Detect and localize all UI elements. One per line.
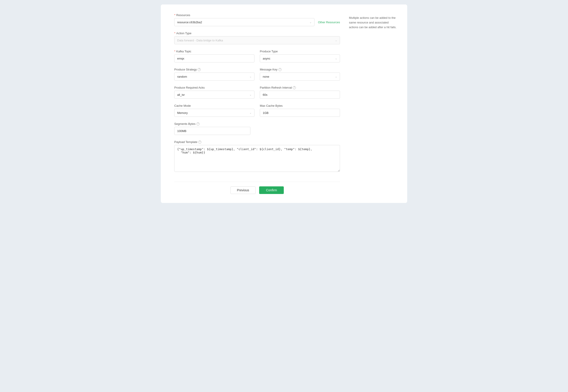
partition-refresh-input[interactable] — [260, 91, 340, 99]
action-type-label: * Action Type — [174, 31, 340, 35]
partition-refresh-group: Partition Refresh Interval ? — [260, 86, 340, 99]
other-resources-link[interactable]: Other Resources — [318, 21, 340, 24]
resources-label: * Resources — [174, 14, 340, 17]
segments-bytes-input[interactable] — [174, 127, 250, 135]
payload-template-help-icon[interactable]: ? — [198, 140, 201, 144]
produce-type-dropdown[interactable]: async ⌄ — [260, 54, 340, 62]
max-cache-bytes-input[interactable] — [260, 109, 340, 117]
partition-refresh-label: Partition Refresh Interval ? — [260, 86, 340, 89]
produce-acks-value: all_isr — [177, 93, 250, 97]
action-type-group: * Action Type Data forward - Data bridge… — [174, 31, 340, 44]
payload-template-group: Payload Template ? {"up_timestamp": ${up… — [174, 140, 340, 173]
segments-bytes-help-icon[interactable]: ? — [196, 122, 200, 126]
produce-type-label: Produce Type — [260, 50, 340, 53]
action-type-dropdown[interactable]: Data forward - Data bridge to Kafka ⌄ — [174, 36, 340, 44]
produce-acks-group: Produce Required Acks all_isr ⌄ — [174, 86, 254, 99]
cache-mode-dropdown[interactable]: Memory ⌄ — [174, 109, 254, 117]
strategy-msgkey-row: Produce Strategy ? random ⌄ Message Key — [174, 68, 340, 86]
produce-strategy-help-icon[interactable]: ? — [197, 68, 201, 71]
resources-chevron-icon: ⌄ — [310, 21, 312, 24]
produce-type-value: async — [263, 57, 335, 60]
produce-acks-chevron-icon: ⌄ — [250, 93, 252, 96]
message-key-help-icon[interactable]: ? — [278, 68, 282, 71]
max-cache-bytes-label: Max Cache Bytes — [260, 104, 340, 107]
message-key-label: Message Key ? — [260, 68, 340, 71]
produce-type-group: Produce Type async ⌄ — [260, 50, 340, 62]
partition-refresh-help-icon[interactable]: ? — [293, 86, 296, 89]
produce-strategy-group: Produce Strategy ? random ⌄ — [174, 68, 254, 81]
cache-mode-label: Cache Mode — [174, 104, 254, 107]
side-note: Multiple actions can be added to the sam… — [349, 16, 398, 29]
cache-mode-value: Memory — [177, 111, 250, 114]
resources-dropdown[interactable]: resource:c63b2ba2 ⌄ — [174, 18, 314, 26]
produce-acks-col: Produce Required Acks all_isr ⌄ — [174, 86, 254, 104]
required-star: * — [174, 14, 175, 17]
required-star-kafka: * — [174, 50, 175, 53]
produce-acks-dropdown[interactable]: all_isr ⌄ — [174, 91, 254, 99]
message-key-dropdown[interactable]: none ⌄ — [260, 72, 340, 81]
segments-bytes-group: Segments Bytes ? — [174, 122, 250, 135]
produce-type-chevron-icon: ⌄ — [335, 57, 337, 60]
kafka-topic-label: * Kafka Topic — [174, 50, 254, 53]
acks-partition-row: Produce Required Acks all_isr ⌄ Partitio… — [174, 86, 340, 104]
message-key-group: Message Key ? none ⌄ — [260, 68, 340, 81]
cache-mode-group: Cache Mode Memory ⌄ — [174, 104, 254, 117]
required-star-action: * — [174, 31, 175, 35]
produce-strategy-value: random — [177, 75, 250, 78]
message-key-value: none — [263, 75, 335, 78]
kafka-produce-row: * Kafka Topic Produce Type async ⌄ — [174, 50, 340, 68]
produce-strategy-dropdown[interactable]: random ⌄ — [174, 72, 254, 81]
produce-type-col: Produce Type async ⌄ — [260, 50, 340, 68]
message-key-chevron-icon: ⌄ — [335, 75, 337, 78]
resource-row: resource:c63b2ba2 ⌄ Other Resources — [174, 18, 340, 26]
form-area: * Resources resource:c63b2ba2 ⌄ Other Re… — [174, 14, 398, 194]
partition-refresh-col: Partition Refresh Interval ? — [260, 86, 340, 104]
produce-strategy-col: Produce Strategy ? random ⌄ — [174, 68, 254, 86]
produce-strategy-label: Produce Strategy ? — [174, 68, 254, 71]
kafka-topic-col: * Kafka Topic — [174, 50, 254, 68]
form-left: * Resources resource:c63b2ba2 ⌄ Other Re… — [174, 14, 340, 194]
resources-value: resource:c63b2ba2 — [177, 21, 310, 24]
kafka-topic-group: * Kafka Topic — [174, 50, 254, 62]
segments-bytes-label: Segments Bytes ? — [174, 122, 250, 126]
previous-button[interactable]: Previous — [230, 186, 255, 194]
cache-mode-chevron-icon: ⌄ — [250, 112, 252, 114]
cache-mode-col: Cache Mode Memory ⌄ — [174, 104, 254, 122]
form-right: Multiple actions can be added to the sam… — [349, 14, 398, 194]
payload-template-label: Payload Template ? — [174, 140, 340, 144]
payload-template-textarea[interactable]: {"up_timestamp": ${up_timestamp}, "clien… — [174, 145, 340, 172]
kafka-topic-input[interactable] — [174, 54, 254, 62]
page-wrapper: * Resources resource:c63b2ba2 ⌄ Other Re… — [161, 4, 407, 203]
button-row: Previous Confirm — [174, 182, 340, 194]
cache-mode-row: Cache Mode Memory ⌄ Max Cache Bytes — [174, 104, 340, 122]
action-type-value: Data forward - Data bridge to Kafka — [177, 39, 335, 42]
action-type-chevron-icon: ⌄ — [335, 39, 337, 42]
produce-acks-label: Produce Required Acks — [174, 86, 254, 89]
max-cache-bytes-col: Max Cache Bytes — [260, 104, 340, 122]
resources-group: * Resources resource:c63b2ba2 ⌄ Other Re… — [174, 14, 340, 26]
message-key-col: Message Key ? none ⌄ — [260, 68, 340, 86]
max-cache-bytes-group: Max Cache Bytes — [260, 104, 340, 117]
produce-strategy-chevron-icon: ⌄ — [250, 75, 252, 78]
confirm-button[interactable]: Confirm — [259, 186, 284, 194]
